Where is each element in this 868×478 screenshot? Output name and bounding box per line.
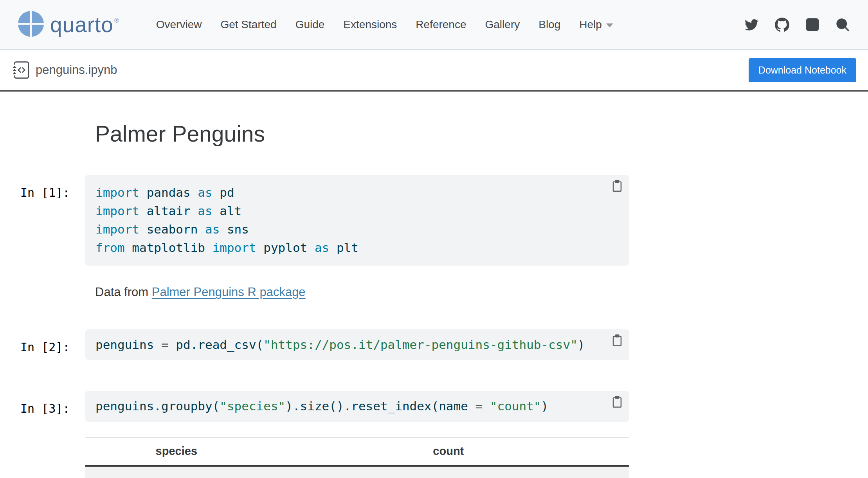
quarto-wordmark: quarto® bbox=[50, 12, 119, 37]
code-token: "https://pos.it/palmer-penguins-github-c… bbox=[263, 338, 578, 352]
twitter-icon[interactable] bbox=[745, 18, 758, 32]
quarto-logo-icon bbox=[18, 11, 44, 38]
code-token: as bbox=[198, 204, 212, 218]
rss-icon[interactable] bbox=[806, 18, 819, 31]
nav-item-gallery[interactable]: Gallery bbox=[485, 18, 520, 31]
code-token: ) bbox=[578, 338, 585, 352]
registered-mark: ® bbox=[114, 17, 119, 24]
page-title: Palmer Penguins bbox=[95, 121, 629, 147]
main-nav: Overview Get Started Guide Extensions Re… bbox=[156, 18, 613, 31]
nav-item-extensions[interactable]: Extensions bbox=[343, 18, 397, 31]
nav-item-get-started[interactable]: Get Started bbox=[220, 18, 276, 31]
github-icon[interactable] bbox=[775, 18, 789, 32]
search-icon[interactable] bbox=[836, 18, 850, 32]
code-token: "count" bbox=[490, 399, 541, 413]
nav-item-guide[interactable]: Guide bbox=[295, 18, 325, 31]
code-line: import altair as alt bbox=[95, 202, 619, 220]
code-token: altair bbox=[139, 204, 198, 218]
code-token: = bbox=[475, 399, 490, 413]
table-header-row: species count bbox=[85, 438, 629, 466]
code-token: import bbox=[95, 185, 139, 199]
cell-execution-label: In [2]: bbox=[20, 340, 70, 354]
paragraph-text: Data from bbox=[95, 285, 152, 299]
code-token: = bbox=[161, 338, 176, 352]
navbar-icons bbox=[745, 18, 850, 32]
code-source: penguins = pd.read_csv("https://pos.it/p… bbox=[95, 336, 619, 354]
code-line: from matplotlib import pyplot as plt bbox=[95, 239, 619, 257]
table-cell bbox=[268, 466, 629, 478]
code-cell: In [3]: penguins.groupby("species").size… bbox=[85, 391, 629, 422]
code-token: pyplot bbox=[256, 241, 315, 255]
code-source: import pandas as pdimport altair as alti… bbox=[95, 183, 619, 257]
code-token: pd bbox=[212, 185, 234, 199]
code-token: import bbox=[95, 222, 139, 236]
nav-item-help-label: Help bbox=[579, 18, 602, 31]
nav-item-help[interactable]: Help bbox=[579, 18, 613, 31]
nav-item-blog[interactable]: Blog bbox=[538, 18, 560, 31]
code-token: alt bbox=[212, 204, 242, 218]
nav-item-reference[interactable]: Reference bbox=[416, 18, 466, 31]
code-token: pandas bbox=[139, 185, 198, 199]
chevron-down-icon bbox=[606, 23, 613, 27]
markdown-paragraph: Data from Palmer Penguins R package bbox=[95, 285, 629, 299]
code-token: penguins.groupby( bbox=[95, 399, 220, 413]
code-token: plt bbox=[329, 241, 358, 255]
code-line: import seaborn as sns bbox=[95, 220, 619, 239]
code-token: from bbox=[95, 241, 125, 255]
code-token: matplotlib bbox=[125, 241, 212, 255]
nav-item-overview[interactable]: Overview bbox=[156, 18, 202, 31]
copy-to-clipboard-icon[interactable] bbox=[611, 395, 623, 408]
code-token: ) bbox=[541, 399, 549, 413]
code-token: sns bbox=[220, 222, 249, 236]
journal-code-icon bbox=[13, 61, 30, 79]
column-header-species: species bbox=[85, 438, 268, 466]
code-token: import bbox=[95, 204, 139, 218]
code-token: "species" bbox=[220, 399, 285, 413]
code-token: as bbox=[198, 185, 212, 199]
code-line: penguins.groupby("species").size().reset… bbox=[95, 397, 619, 415]
code-token: as bbox=[315, 241, 329, 255]
code-block: penguins = pd.read_csv("https://pos.it/p… bbox=[85, 329, 629, 360]
cell-execution-label: In [3]: bbox=[20, 402, 70, 415]
code-cell: In [1]: import pandas as pdimport altair… bbox=[85, 175, 629, 266]
code-source: penguins.groupby("species").size().reset… bbox=[95, 397, 619, 415]
quarto-logo[interactable]: quarto® bbox=[18, 11, 119, 38]
code-token: seaborn bbox=[139, 222, 205, 236]
code-token: as bbox=[205, 222, 220, 236]
code-block: import pandas as pdimport altair as alti… bbox=[85, 175, 629, 266]
download-notebook-button[interactable]: Download Notebook bbox=[749, 58, 856, 82]
notebook-content: Palmer Penguins In [1]: import pandas as… bbox=[85, 121, 629, 478]
palmer-penguins-link[interactable]: Palmer Penguins R package bbox=[152, 285, 306, 299]
cell-execution-label: In [1]: bbox=[20, 186, 70, 199]
code-line: penguins = pd.read_csv("https://pos.it/p… bbox=[95, 336, 619, 354]
code-token: ).size().reset_index(name bbox=[285, 399, 475, 413]
notebook-header-bar: penguins.ipynb Download Notebook bbox=[0, 50, 868, 92]
cell-output-table: species count bbox=[85, 437, 629, 478]
copy-to-clipboard-icon[interactable] bbox=[611, 180, 623, 192]
code-token: penguins bbox=[95, 338, 161, 352]
code-block: penguins.groupby("species").size().reset… bbox=[85, 391, 629, 422]
top-navbar: quarto® Overview Get Started Guide Exten… bbox=[0, 0, 868, 50]
code-token: import bbox=[212, 241, 256, 255]
table-cell bbox=[85, 466, 268, 478]
code-token: pd.read_csv( bbox=[176, 338, 263, 352]
column-header-count: count bbox=[268, 438, 629, 466]
notebook-title: penguins.ipynb bbox=[13, 61, 117, 79]
table-row bbox=[85, 466, 629, 478]
copy-to-clipboard-icon[interactable] bbox=[611, 334, 623, 347]
notebook-filename: penguins.ipynb bbox=[36, 63, 117, 77]
code-cell: In [2]: penguins = pd.read_csv("https://… bbox=[85, 329, 629, 360]
code-line: import pandas as pd bbox=[95, 183, 619, 202]
